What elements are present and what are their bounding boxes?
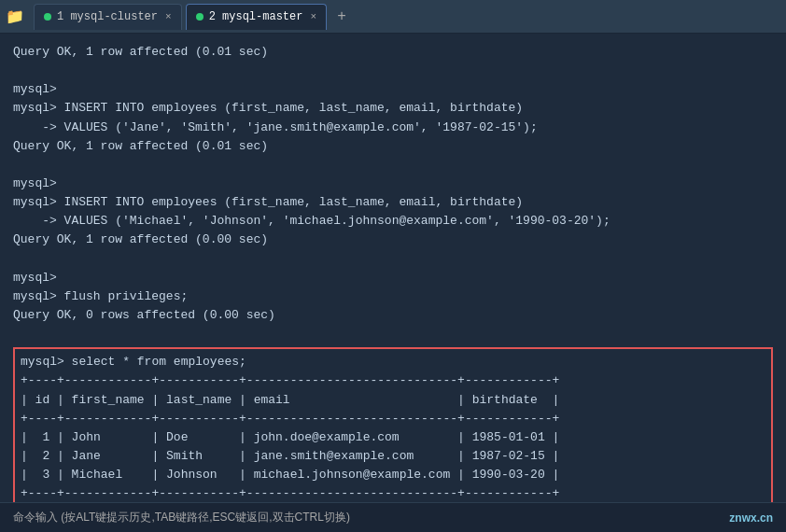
table-border-top: +----+------------+-----------+---------… <box>21 371 765 390</box>
line-insert1-2: -> VALUES ('Jane', 'Smith', 'jane.smith@… <box>13 119 773 137</box>
terminal-area[interactable]: Query OK, 1 row affected (0.01 sec) mysq… <box>0 34 786 502</box>
folder-icon[interactable]: 📁 <box>6 7 24 26</box>
tab-bar: 📁 1 mysql-cluster × 2 mysql-master × + <box>0 0 786 34</box>
line-prompt-3: mysql> <box>13 269 773 287</box>
table-border-bottom: +----+------------+-----------+---------… <box>21 484 765 502</box>
line-blank-3 <box>13 250 773 269</box>
table-separator: +----+------------+-----------+---------… <box>21 410 765 428</box>
tab-dot-1 <box>44 13 51 21</box>
line-prompt-1: mysql> <box>13 80 773 99</box>
tab-dot-2 <box>196 13 204 21</box>
table-row-2: | 2 | Jane | Smith | jane.smith@example.… <box>21 447 765 466</box>
tab-label-1: 1 mysql-cluster <box>57 10 158 23</box>
line-ok-3: Query OK, 1 row affected (0.00 sec) <box>13 231 773 249</box>
table-header-row: | id | first_name | last_name | email | … <box>21 391 765 410</box>
tab-close-2[interactable]: × <box>310 11 316 22</box>
line-insert1-1: mysql> INSERT INTO employees (first_name… <box>13 99 773 118</box>
tab-label-2: 2 mysql-master <box>209 10 303 23</box>
status-hint: 命令输入 (按ALT键提示历史,TAB键路径,ESC键返回,双击CTRL切换) <box>13 510 350 525</box>
tab-mysql-master[interactable]: 2 mysql-master × <box>186 4 327 30</box>
table-row-3: | 3 | Michael | Johnson | michael.johnso… <box>21 466 765 484</box>
line-insert2-1: mysql> INSERT INTO employees (first_name… <box>13 193 773 212</box>
line-ok-1: Query OK, 1 row affected (0.01 sec) <box>13 43 773 62</box>
select-cmd: mysql> select * from employees; <box>21 353 765 371</box>
line-ok-2: Query OK, 1 row affected (0.01 sec) <box>13 137 773 156</box>
tab-add-button[interactable]: + <box>330 6 353 28</box>
line-blank-2 <box>13 156 773 175</box>
status-bar: 命令输入 (按ALT键提示历史,TAB键路径,ESC键返回,双击CTRL切换) … <box>0 502 786 532</box>
line-blank-1 <box>13 62 773 80</box>
line-prompt-2: mysql> <box>13 175 773 193</box>
line-insert2-2: -> VALUES ('Michael', 'Johnson', 'michae… <box>13 212 773 231</box>
brand-label: znwx.cn <box>729 511 773 525</box>
select-result-block: mysql> select * from employees; +----+--… <box>13 347 773 502</box>
line-flush: mysql> flush privileges; <box>13 287 773 306</box>
tab-close-1[interactable]: × <box>165 11 172 22</box>
table-row-1: | 1 | John | Doe | john.doe@example.com … <box>21 428 765 447</box>
tab-mysql-cluster[interactable]: 1 mysql-cluster × <box>34 4 182 30</box>
line-ok-4: Query OK, 0 rows affected (0.00 sec) <box>13 306 773 325</box>
line-blank-4 <box>13 325 773 343</box>
